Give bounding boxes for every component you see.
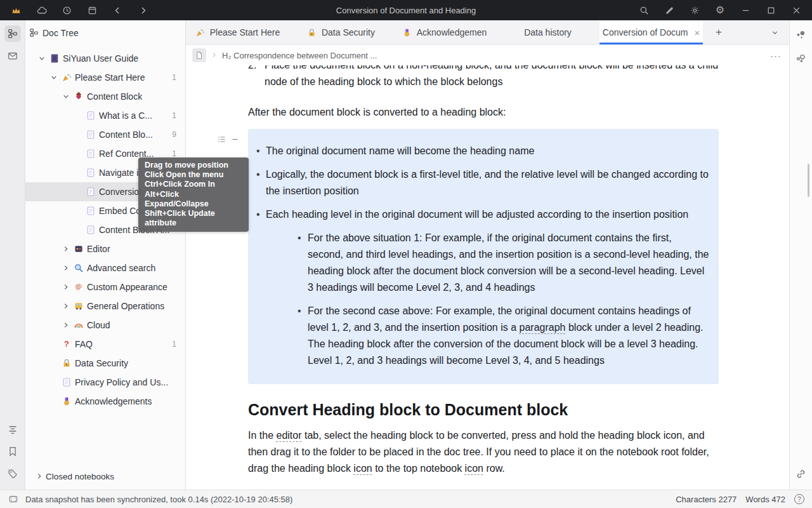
tree-item-please-start-here[interactable]: Please Start Here1 [25,68,185,87]
tab-bar: Please Start HereData SecurityAcknowledg… [186,20,789,45]
inbox-envelope-icon[interactable] [4,48,21,64]
tree-item-privacy-policy-and-us[interactable]: Privacy Policy and Us... [25,373,185,392]
breadcrumb-heading[interactable]: H₂ Correspondence between Document ... [222,51,377,60]
drag-hint-tooltip: Drag to move positionClick Open the menu… [138,157,249,232]
tab-conversion-of-docum[interactable]: Conversion of Docum× [599,20,703,44]
maximize-icon[interactable] [761,3,780,18]
tab-label: Acknowledgemen [417,27,487,37]
doc-tree-header: Doc Tree [25,20,185,45]
settings-gear-icon[interactable]: ⚙ [710,3,730,18]
tree-item-general-operations[interactable]: General Operations [25,297,185,316]
graph-view-icon[interactable] [793,27,809,43]
tree-item-count: 1 [172,73,185,82]
document-editor[interactable]: 2. Place the document block on a non-hea… [186,65,789,490]
bookmark-icon[interactable] [4,443,21,460]
chevron-right-icon[interactable] [60,262,72,274]
scrollbar-thumb[interactable] [808,164,809,197]
tree-item-data-security[interactable]: Data Security [25,354,185,373]
theme-sun-icon[interactable] [685,3,704,18]
list-gutter-icon[interactable] [216,134,226,144]
daily-note-calendar-icon[interactable] [82,3,102,18]
bullet-list-item[interactable]: Logically, the document block is a first… [248,166,710,199]
chevron-down-icon[interactable] [60,90,72,103]
tag-icon[interactable] [4,465,21,482]
tree-item-siyuan-user-guide[interactable]: SiYuan User Guide [25,49,185,68]
bullet-list-item[interactable]: Each heading level in the original docum… [248,206,710,369]
tree-item-content-block[interactable]: Content Block [25,87,185,106]
ordered-list-item[interactable]: 2. Place the document block on a non-hea… [248,65,719,90]
chevron-right-icon[interactable] [60,243,72,255]
chevron-placeholder [72,204,84,217]
chevron-right-icon [36,472,43,480]
tree-item-what-is-a-c[interactable]: What is a C...1 [25,106,185,125]
global-graph-icon[interactable] [793,50,809,67]
tree-item-editor[interactable]: Editor [25,239,185,258]
tree-item-faq[interactable]: ?FAQ1 [25,335,185,354]
doc-tree-icon [29,28,39,37]
minimize-icon[interactable] [736,3,755,18]
sync-cloud-icon[interactable] [32,3,51,18]
tab-data-history[interactable]: Data history [496,20,599,44]
paragraph-tail[interactable]: After the heading block is converted to … [248,488,719,490]
text-run: In the [248,430,276,441]
chevron-down-icon[interactable] [36,52,48,65]
paragraph-intro[interactable]: After the document block is converted to… [248,104,719,121]
chevron-right-icon[interactable] [60,300,72,312]
chevron-placeholder [72,109,84,122]
back-icon[interactable] [108,3,127,18]
palette-icon [72,281,85,293]
search-icon[interactable] [634,3,653,18]
edit-pencil-icon[interactable] [660,3,679,18]
tree-item-count: 9 [172,130,185,139]
chevron-right-icon[interactable] [60,319,72,331]
lock-icon [307,28,317,37]
tree-item-label: Data Security [75,358,128,368]
history-icon[interactable] [57,3,76,18]
workspace-crown-icon[interactable] [6,3,25,18]
tab-acknowledgemen[interactable]: Acknowledgemen [393,20,496,44]
tree-item-acknowledgements[interactable]: Acknowledgements [25,392,185,411]
tab-please-start-here[interactable]: Please Start Here [186,20,289,44]
question-icon: ? [60,338,73,351]
doc-tree-dock-icon[interactable] [4,25,21,42]
tree-item-content-blo[interactable]: Content Blo...9 [25,125,185,144]
list-item-gutter-icon[interactable] [230,134,240,144]
tree-item-label: Cloud [87,320,110,330]
bullet-list-item[interactable]: The original document name will become t… [248,143,710,159]
tab-label: Data history [524,27,572,37]
titlebar: Conversion of Document and Heading ⚙ [0,0,812,20]
tree-item-cloud[interactable]: Cloud [25,316,185,335]
breadcrumb-chevron-icon [211,50,218,61]
paragraph-convert[interactable]: In the editor tab, select the heading bl… [248,427,719,477]
tab-list-chevron-icon[interactable] [764,20,785,44]
bullet-list-item[interactable]: For the second case above: For example, … [291,303,710,369]
tree-item-custom-appearance[interactable]: Custom Appearance [25,277,185,297]
characters-count: Characters 2277 [676,495,737,504]
chevron-down-icon[interactable] [48,71,60,84]
tree-item-label: FAQ [75,339,93,349]
closed-notebooks-toggle[interactable]: Closed notebooks [25,467,185,490]
tree-item-advanced-search[interactable]: Advanced search [25,258,185,277]
section-heading[interactable]: Convert Heading block to Document block [248,401,719,418]
tab-data-security[interactable]: Data Security [289,20,393,44]
help-icon[interactable]: ? [794,494,804,504]
tooltip-line: Click Open the menu [145,170,242,180]
forward-icon[interactable] [133,3,152,18]
party-popper-icon [60,71,73,84]
text-run: Logically, the document block is a first… [266,169,709,196]
breadcrumb-more-button[interactable]: ··· [770,50,782,61]
new-tab-button[interactable]: + [708,20,730,44]
close-icon[interactable] [787,3,806,18]
outline-icon[interactable] [4,421,21,438]
marked-keyword: icon [353,463,372,474]
status-right: Characters 2277 Words 472 ? [676,494,804,504]
backlinks-link-icon[interactable] [793,465,809,482]
bullet-list-item[interactable]: For the above situation 1: For example, … [291,230,710,296]
words-count: Words 472 [745,495,785,504]
tree-item-label: Editor [87,244,110,254]
doc-icon [84,204,97,217]
tab-close-icon[interactable]: × [694,27,700,38]
highlighted-list-block[interactable]: The original document name will become t… [248,129,719,384]
chevron-right-icon[interactable] [60,281,72,293]
document-icon[interactable] [192,48,206,62]
